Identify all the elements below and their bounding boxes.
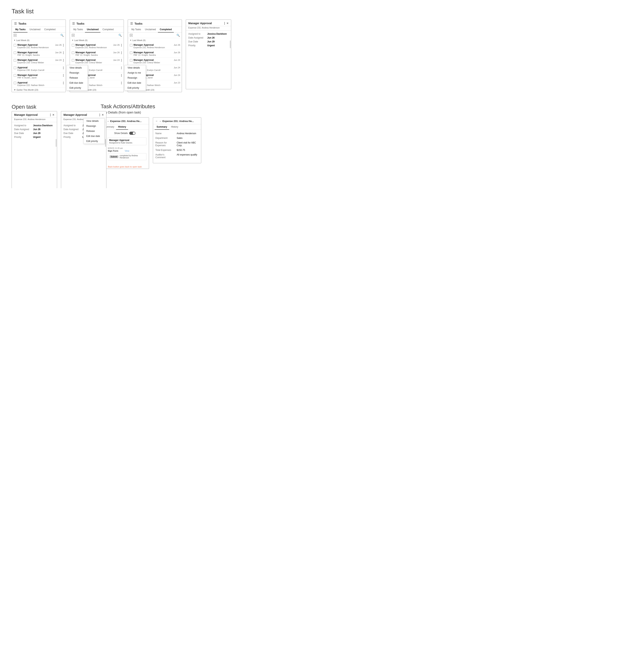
task-item[interactable]: Manager Approval Expense 233: Cheryl Web… (128, 57, 182, 65)
close-icon-open1[interactable]: ✕ (52, 113, 55, 117)
tab-unclaimed-2[interactable]: Unclaimed (85, 27, 101, 32)
menu-edit-due-date-2[interactable]: Edit due date (125, 80, 146, 85)
tab-my-tasks-2[interactable]: My Tasks (71, 27, 85, 32)
tab-history-summary[interactable]: History (169, 124, 180, 130)
select-all-checkbox[interactable] (14, 34, 16, 37)
detail-icons: ✕ (224, 22, 229, 25)
open-menu-reassign[interactable]: Reassign (84, 124, 104, 129)
task-checkbox[interactable] (130, 44, 132, 46)
task-checkbox[interactable] (14, 51, 16, 54)
tab-my-tasks[interactable]: My Tasks (13, 27, 27, 32)
tab-my-tasks-3[interactable]: My Tasks (129, 27, 143, 32)
task-item[interactable]: Manager Approval Expense 231: Andrea Hen… (128, 42, 182, 50)
task-dots-menu[interactable] (63, 51, 64, 54)
menu-edit-due-date[interactable]: Edit due date (67, 80, 88, 85)
detail-attrs: Assigned to Jessica Davidson Date Assign… (186, 31, 231, 50)
task-checkbox[interactable] (14, 82, 16, 84)
tab-history[interactable]: History (116, 124, 128, 130)
open-menu-release[interactable]: Release (84, 129, 104, 134)
scrollbar[interactable] (230, 40, 231, 48)
summary-label: Auditor's Comment (155, 153, 175, 159)
task-item[interactable]: Manager Approval Expense 233: Cheryl Web… (12, 57, 66, 65)
task-dots-menu[interactable] (63, 59, 64, 62)
task-dots-menu[interactable] (121, 81, 122, 84)
task-dots-menu[interactable] (63, 74, 64, 77)
tab-completed-2[interactable]: Completed (100, 27, 115, 32)
scrollbar-2[interactable] (56, 139, 56, 147)
task-checkbox[interactable] (14, 67, 16, 69)
kebab-menu-icon-open2[interactable] (99, 114, 100, 116)
task-checkbox[interactable] (72, 44, 74, 46)
kebab-menu-icon-open1[interactable] (50, 114, 51, 116)
task-checkbox[interactable] (130, 59, 132, 61)
menu-edit-priority-2[interactable]: Edit priority (125, 85, 146, 90)
earlier-this-month[interactable]: ▼ Earlier This Month (23) (12, 88, 66, 92)
kebab-menu-icon[interactable] (224, 22, 225, 25)
hamburger-icon[interactable]: ☰ (14, 22, 17, 25)
tab-unclaimed[interactable]: Unclaimed (27, 27, 42, 32)
task-checkbox[interactable] (14, 44, 16, 46)
menu-release[interactable]: Release (67, 75, 88, 80)
task-item[interactable]: Manager Approval Expense 233: Cheryl Web… (70, 57, 124, 65)
menu-view-details[interactable]: View details (67, 65, 88, 70)
attr-label: Priority (188, 44, 206, 47)
task-dots-menu[interactable] (63, 66, 64, 69)
tab-completed-3[interactable]: Completed (158, 27, 174, 32)
tab-summary[interactable]: Summary (154, 124, 169, 130)
menu-view-details-2[interactable]: View details (125, 65, 146, 70)
task-checkbox[interactable] (130, 51, 132, 54)
menu-reassign[interactable]: Reassign (67, 70, 88, 75)
tab-completed[interactable]: Completed (42, 27, 57, 32)
task-dots-menu[interactable] (121, 74, 122, 77)
view-link[interactable]: View (124, 150, 129, 152)
approval-step-title: Manager Approval (109, 139, 145, 142)
history-panel: ← ← Expense 231: Andrea He... Summary Hi… (101, 117, 149, 169)
group-label-3[interactable]: ▼ Last Week (6) (128, 38, 182, 42)
task-checkbox[interactable] (72, 51, 74, 54)
open-menu-edit-due-date[interactable]: Edit due date (84, 134, 104, 139)
scrollbar-3[interactable] (105, 139, 106, 147)
task-item[interactable]: Approval Expense 222: Nathan Welch (12, 80, 66, 88)
search-icon[interactable]: 🔍 (60, 34, 64, 37)
task-item[interactable]: Manager Approval PAF 9: Austin, Janet (12, 73, 66, 80)
task-checkbox[interactable] (14, 74, 16, 77)
group-label-2[interactable]: ▼ Last Week (6) (70, 38, 124, 42)
back-button-summary[interactable]: ← (155, 120, 158, 123)
open-menu-view-details[interactable]: View details (84, 119, 104, 124)
group-label-lastweek[interactable]: ▼ Last Week (6) (12, 38, 66, 42)
search-icon-2[interactable]: 🔍 (118, 34, 122, 37)
tab-unclaimed-3[interactable]: Unclaimed (143, 27, 158, 32)
task-dots-menu[interactable] (63, 81, 64, 84)
task-item[interactable]: Manager Approval PAF 11: Knight, Sandra … (70, 50, 124, 57)
task-dots-menu[interactable] (121, 66, 122, 69)
menu-assign-to-me[interactable]: Assign to me (125, 70, 146, 75)
menu-edit-priority[interactable]: Edit priority (67, 85, 88, 90)
attr-label: Due Date (188, 40, 206, 43)
hamburger-icon[interactable]: ☰ (72, 22, 75, 25)
select-all-checkbox-3[interactable] (130, 34, 132, 37)
task-actions-subtitle: View Details (from open task) (101, 111, 632, 114)
task-item[interactable]: Manager Approval PAF 11: Knight, Sandra … (128, 50, 182, 57)
select-all-checkbox-2[interactable] (72, 34, 74, 37)
menu-reassign-2[interactable]: Reassign (125, 75, 146, 80)
task-date: Jun 24 (174, 59, 180, 61)
open-menu-edit-priority[interactable]: Edit priority (84, 139, 104, 144)
task-dots-menu[interactable] (121, 59, 122, 62)
close-icon-open2[interactable]: ✕ (101, 113, 104, 117)
task-checkbox[interactable] (72, 59, 74, 61)
attr-date-assigned: Date Assigned Jun 26 (14, 128, 55, 131)
show-details-toggle[interactable] (129, 132, 135, 135)
task-item[interactable]: Manager Approval PAF 11: Knight, Sandra … (12, 50, 66, 57)
task-checkbox[interactable] (14, 59, 16, 61)
task-dots-menu[interactable] (121, 44, 122, 47)
task-dots-menu[interactable] (121, 51, 122, 54)
task-item-with-menu[interactable]: Approval Expense 230: Evelyn Carroll Vie… (12, 65, 66, 73)
history-step-submit: 6/26/15 11:26 am Sign Form View Submit c… (103, 147, 146, 160)
task-item[interactable]: Manager Approval Expense 231: Andrea Hen… (70, 42, 124, 50)
task-dots-menu[interactable] (63, 44, 64, 47)
search-icon-3[interactable]: 🔍 (177, 34, 180, 37)
hamburger-icon-3[interactable]: ☰ (130, 22, 133, 25)
task-item[interactable]: Manager Approval Expense 231: Andrea Hen… (12, 42, 66, 50)
summary-label: Total Expenses (155, 149, 175, 152)
close-icon[interactable]: ✕ (227, 22, 229, 25)
